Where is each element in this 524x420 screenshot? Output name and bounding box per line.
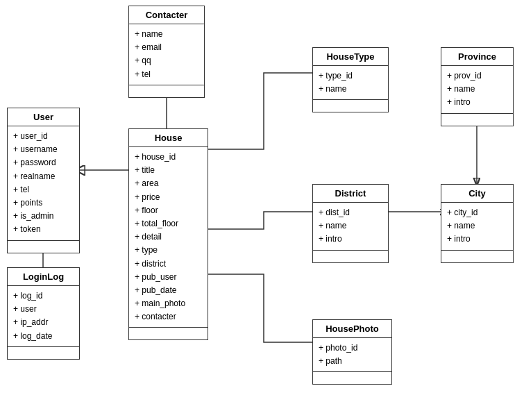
attr: + area bbox=[135, 177, 202, 190]
entity-loginlog-body: + log_id + user + ip_addr + log_date bbox=[8, 286, 79, 346]
attr: + username bbox=[13, 143, 74, 156]
entity-district: District + dist_id + name + intro bbox=[312, 184, 389, 263]
entity-housephoto-body: + photo_id + path bbox=[313, 338, 391, 371]
attr: + title bbox=[135, 164, 202, 177]
entity-city-body: + city_id + name + intro bbox=[441, 203, 513, 250]
attr: + pub_date bbox=[135, 284, 202, 297]
attr: + floor bbox=[135, 204, 202, 217]
entity-province-footer bbox=[441, 113, 513, 126]
attr: + type_id bbox=[319, 69, 382, 83]
attr: + type bbox=[135, 244, 202, 257]
attr: + name bbox=[447, 83, 507, 96]
entity-house-body: + house_id + title + area + price + floo… bbox=[129, 147, 208, 327]
attr: + log_date bbox=[13, 330, 74, 343]
attr: + total_floor bbox=[135, 217, 202, 230]
entity-housetype-footer bbox=[313, 99, 388, 112]
attr: + tel bbox=[135, 68, 198, 81]
entity-housetype-title: HouseType bbox=[313, 48, 388, 66]
attr: + token bbox=[13, 223, 74, 236]
entity-contacter: Contacter + name + email + qq + tel bbox=[128, 6, 205, 98]
entity-city-footer bbox=[441, 250, 513, 262]
attr: + city_id bbox=[447, 206, 507, 219]
entity-housephoto-title: HousePhoto bbox=[313, 320, 391, 338]
attr: + path bbox=[319, 355, 386, 368]
entity-city-title: City bbox=[441, 185, 513, 203]
entity-user-body: + user_id + username + password + realna… bbox=[8, 126, 79, 240]
entity-province: Province + prov_id + name + intro bbox=[441, 47, 514, 126]
attr: + email bbox=[135, 41, 198, 54]
attr: + password bbox=[13, 156, 74, 169]
entity-user-title: User bbox=[8, 108, 79, 126]
entity-house-title: House bbox=[129, 129, 208, 147]
entity-loginlog-title: LoginLog bbox=[8, 268, 79, 286]
entity-contacter-body: + name + email + qq + tel bbox=[129, 24, 204, 85]
attr: + ip_addr bbox=[13, 316, 74, 329]
diagram: User + user_id + username + password + r… bbox=[0, 0, 524, 420]
attr: + district bbox=[135, 258, 202, 271]
attr: + name bbox=[319, 219, 382, 233]
attr: + user_id bbox=[13, 130, 74, 143]
entity-province-body: + prov_id + name + intro bbox=[441, 66, 513, 113]
attr: + contacter bbox=[135, 310, 202, 324]
entity-housephoto-footer bbox=[313, 371, 391, 384]
entity-housetype: HouseType + type_id + name bbox=[312, 47, 389, 112]
attr: + intro bbox=[447, 233, 507, 246]
entity-contacter-footer bbox=[129, 85, 204, 97]
attr: + dist_id bbox=[319, 206, 382, 219]
entity-contacter-title: Contacter bbox=[129, 6, 204, 24]
attr: + name bbox=[135, 28, 198, 41]
entity-loginlog: LoginLog + log_id + user + ip_addr + log… bbox=[7, 267, 80, 360]
attr: + name bbox=[319, 83, 382, 96]
entity-loginlog-footer bbox=[8, 346, 79, 359]
entity-house: House + house_id + title + area + price … bbox=[128, 128, 208, 340]
attr: + name bbox=[447, 219, 507, 233]
entity-user-footer bbox=[8, 240, 79, 253]
attr: + qq bbox=[135, 54, 198, 67]
entity-province-title: Province bbox=[441, 48, 513, 66]
attr: + user bbox=[13, 303, 74, 316]
entity-housephoto: HousePhoto + photo_id + path bbox=[312, 319, 392, 385]
attr: + price bbox=[135, 191, 202, 204]
entity-district-body: + dist_id + name + intro bbox=[313, 203, 388, 250]
attr: + prov_id bbox=[447, 69, 507, 83]
entity-house-footer bbox=[129, 327, 208, 339]
attr: + intro bbox=[319, 233, 382, 246]
entity-district-title: District bbox=[313, 185, 388, 203]
attr: + intro bbox=[447, 96, 507, 109]
attr: + tel bbox=[13, 183, 74, 196]
entity-user: User + user_id + username + password + r… bbox=[7, 108, 80, 253]
attr: + detail bbox=[135, 230, 202, 244]
attr: + main_photo bbox=[135, 297, 202, 310]
entity-housetype-body: + type_id + name bbox=[313, 66, 388, 99]
attr: + points bbox=[13, 196, 74, 210]
entity-city: City + city_id + name + intro bbox=[441, 184, 514, 263]
attr: + realname bbox=[13, 170, 74, 183]
attr: + photo_id bbox=[319, 342, 386, 355]
attr: + is_admin bbox=[13, 210, 74, 223]
entity-district-footer bbox=[313, 250, 388, 262]
attr: + log_id bbox=[13, 289, 74, 303]
attr: + pub_user bbox=[135, 271, 202, 284]
attr: + house_id bbox=[135, 151, 202, 164]
